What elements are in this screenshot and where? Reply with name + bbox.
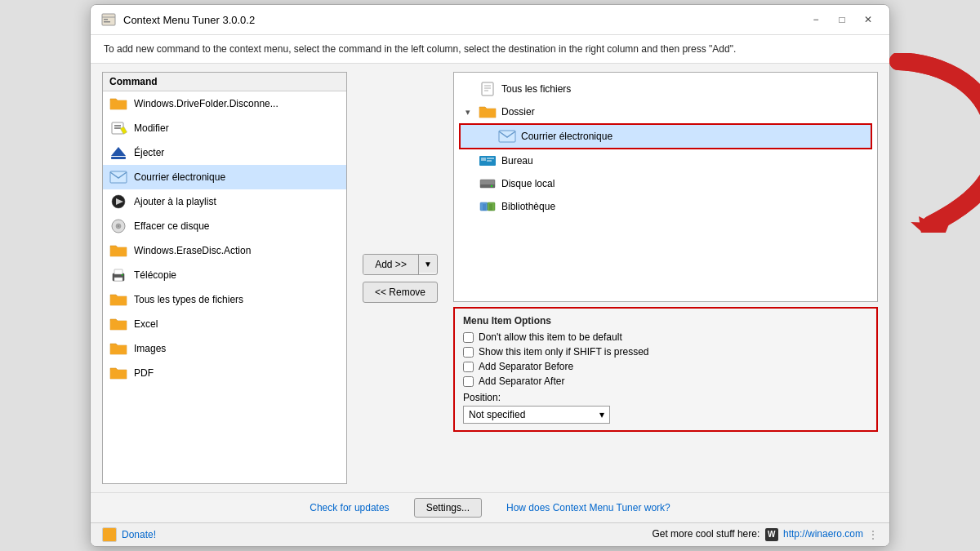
position-select[interactable]: Not specified ▾ [463, 406, 610, 424]
svg-rect-37 [480, 184, 495, 188]
list-item[interactable]: Courrier électronique [103, 165, 346, 189]
list-item[interactable]: PDF [103, 361, 346, 385]
window-title: Context Menu Tuner 3.0.0.2 [123, 14, 255, 26]
settings-button[interactable]: Settings... [414, 498, 482, 518]
svg-rect-34 [487, 158, 494, 159]
item-label: Tous les types de fichiers [134, 294, 243, 305]
how-does-link[interactable]: How does Context Menu Tuner work? [506, 502, 670, 513]
position-dropdown-icon: ▾ [599, 409, 604, 420]
svg-rect-21 [122, 274, 123, 276]
svg-rect-26 [482, 82, 493, 96]
checkbox-0[interactable] [463, 332, 474, 343]
svg-rect-19 [114, 269, 122, 274]
checkbox-1[interactable] [463, 347, 474, 358]
svg-rect-17 [110, 247, 127, 256]
item-label: Modifier [134, 122, 169, 134]
item-icon [109, 364, 127, 382]
item-icon [109, 119, 127, 137]
svg-point-16 [118, 225, 119, 227]
main-content: Command Windows.DriveFolder.Disconne... … [91, 64, 889, 492]
svg-rect-11 [110, 171, 127, 183]
tree-item[interactable]: Bibliothèque [459, 195, 872, 218]
title-bar: Context Menu Tuner 3.0.0.2 − □ ✕ [91, 5, 889, 35]
list-item[interactable]: Modifier [103, 116, 346, 140]
item-icon [109, 266, 127, 284]
item-icon [109, 144, 127, 162]
tree-item-icon [479, 198, 497, 216]
remove-button[interactable]: << Remove [363, 282, 438, 303]
checkbox-label: Add Separator After [479, 375, 564, 387]
tree-item-label: Dossier [501, 106, 535, 118]
add-button[interactable]: Add >> [363, 255, 419, 274]
tree-container[interactable]: Tous les fichiers▾ Dossier Courrier élec… [454, 73, 877, 301]
maximize-button[interactable]: □ [831, 11, 853, 28]
svg-rect-4 [110, 100, 127, 109]
list-item[interactable]: Télécopie [103, 263, 346, 287]
tree-item-icon [479, 80, 497, 98]
checkboxes-container: Don't allow this item to be default Show… [463, 331, 868, 387]
tree-item-icon [479, 175, 497, 193]
minimize-button[interactable]: − [804, 11, 827, 28]
position-row: Position: Not specified ▾ [463, 392, 868, 424]
svg-rect-31 [499, 131, 515, 142]
svg-marker-44 [919, 216, 943, 233]
item-icon [109, 217, 127, 235]
tree-item-label: Bureau [501, 155, 533, 167]
list-item[interactable]: Excel [103, 312, 346, 336]
winaero-logo: W [765, 528, 778, 541]
item-label: Windows.EraseDisc.Action [134, 245, 251, 256]
tree-item[interactable]: Tous les fichiers [459, 78, 872, 100]
get-stuff-text: Get more cool stuff here: W http://winae… [652, 528, 863, 541]
close-button[interactable]: ✕ [857, 11, 880, 28]
options-title: Menu Item Options [463, 315, 868, 327]
item-label: Images [134, 343, 166, 354]
tree-item-icon [479, 103, 497, 121]
menu-options-panel: Menu Item Options Don't allow this item … [453, 307, 878, 432]
item-icon [109, 193, 127, 211]
title-bar-left: Context Menu Tuner 3.0.0.2 [100, 11, 255, 28]
tree-item-label: Bibliothèque [501, 201, 555, 212]
svg-rect-42 [489, 204, 492, 211]
item-icon [109, 291, 127, 309]
command-list[interactable]: Windows.DriveFolder.Disconne... Modifier… [103, 91, 346, 483]
right-panel: Tous les fichiers▾ Dossier Courrier élec… [453, 72, 878, 484]
svg-rect-25 [110, 370, 127, 379]
item-label: Éjecter [134, 147, 164, 158]
tree-item[interactable]: Courrier électronique [459, 123, 872, 149]
list-item[interactable]: Windows.DriveFolder.Disconne... [103, 91, 346, 116]
item-label: PDF [134, 367, 154, 379]
middle-panel: Add >> ▼ << Remove [355, 72, 445, 484]
list-item[interactable]: Ajouter à la playlist [103, 189, 346, 214]
svg-rect-2 [104, 19, 108, 20]
svg-rect-33 [481, 158, 486, 161]
winaero-url[interactable]: http://winaero.com [783, 528, 863, 540]
instruction-text: To add new command to the context menu, … [91, 35, 889, 64]
destination-tree: Tous les fichiers▾ Dossier Courrier élec… [453, 72, 878, 302]
tree-item-label: Tous les fichiers [501, 83, 571, 95]
tree-item-icon [479, 152, 497, 170]
donate-link[interactable]: Donate! [122, 529, 156, 540]
item-label: Windows.DriveFolder.Disconne... [134, 98, 278, 109]
list-item[interactable]: Tous les types de fichiers [103, 287, 346, 312]
svg-rect-3 [104, 21, 110, 23]
position-label: Position: [463, 392, 868, 403]
list-item[interactable]: Effacer ce disque [103, 214, 346, 238]
tree-expand-icon: ▾ [462, 107, 474, 118]
checkbox-row: Don't allow this item to be default [463, 331, 868, 343]
bottom-bar: Donate! Get more cool stuff here: W http… [91, 522, 889, 546]
add-dropdown-button[interactable]: ▼ [419, 256, 437, 273]
list-item[interactable]: Windows.EraseDisc.Action [103, 238, 346, 263]
tree-item[interactable]: Bureau [459, 149, 872, 172]
checkbox-3[interactable] [463, 376, 474, 387]
svg-point-38 [491, 185, 492, 187]
item-label: Effacer ce disque [134, 220, 210, 232]
check-updates-link[interactable]: Check for updates [310, 502, 389, 513]
left-panel-header: Command [103, 73, 346, 91]
checkbox-2[interactable] [463, 362, 474, 372]
tree-item[interactable]: ▾ Dossier [459, 100, 872, 123]
checkbox-label: Show this item only if SHIFT is pressed [479, 346, 649, 358]
list-item[interactable]: Éjecter [103, 140, 346, 165]
tree-item[interactable]: Disque local [459, 172, 872, 195]
tree-item-icon [498, 127, 516, 145]
list-item[interactable]: Images [103, 336, 346, 361]
